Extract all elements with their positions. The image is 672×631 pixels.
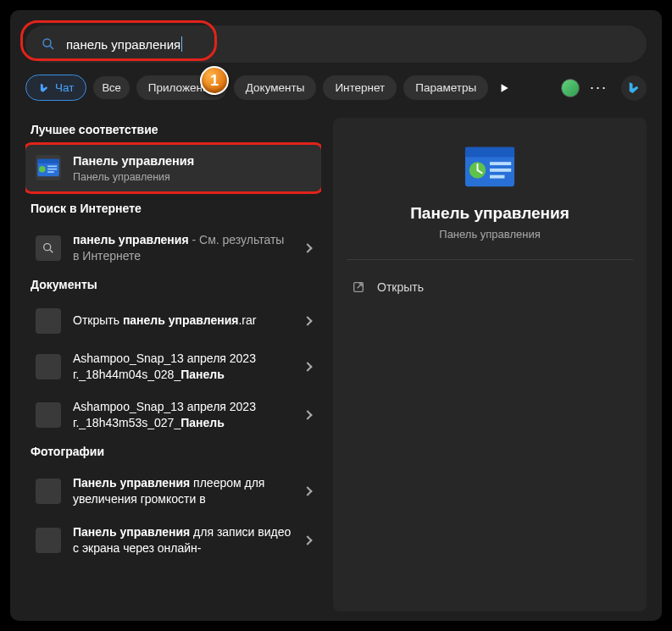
photo-result[interactable]: Панель управления для записи видео с экр… [25,516,321,565]
best-match-result[interactable]: Панель управления Панель управления [25,145,321,191]
divider [347,259,633,260]
svg-rect-7 [47,172,54,174]
document-result[interactable]: Открыть панель управления.rar [25,300,321,342]
control-panel-icon [36,155,61,180]
play-icon[interactable] [495,79,514,97]
search-icon [36,235,61,261]
filter-settings[interactable]: Параметры [403,75,488,100]
control-panel-icon [464,145,516,189]
preview-panel: Панель управления Панель управления Откр… [333,118,647,612]
svg-rect-14 [490,169,511,172]
svg-rect-11 [465,147,514,158]
svg-rect-15 [490,175,504,179]
filter-documents[interactable]: Документы [234,75,317,100]
filter-internet[interactable]: Интернет [323,75,397,100]
file-icon [36,402,61,428]
document-name: Ashampoo_Snap_13 апреля 2023 г._18h44m04… [73,351,292,383]
web-result-text: панель управления - См. результаты в Инт… [73,232,292,264]
preview-subtitle: Панель управления [347,228,633,241]
chevron-right-icon [303,535,312,545]
best-match-subtitle: Панель управления [73,171,311,183]
document-result[interactable]: Ashampoo_Snap_13 апреля 2023 г._18h43m53… [25,390,321,440]
section-web-search: Поиск в Интернете [31,202,321,215]
document-result[interactable]: Ashampoo_Snap_13 апреля 2023 г._18h44m04… [25,342,321,391]
open-icon [352,280,365,294]
svg-line-1 [50,46,53,49]
search-window: панель управления 1 Чат Все Приложения Д… [10,10,662,621]
svg-point-4 [39,166,46,173]
section-documents: Документы [31,278,321,291]
document-name: Ashampoo_Snap_13 апреля 2023 г._18h43m53… [73,399,292,431]
filter-chat[interactable]: Чат [25,75,86,101]
annotation-marker-1: 1 [200,66,229,95]
chevron-right-icon [303,316,312,325]
search-wrap: панель управления 1 [25,25,647,63]
chevron-right-icon [303,486,312,495]
file-icon [36,308,61,334]
search-query-text: панель управления [66,37,180,52]
image-icon [36,479,61,504]
svg-rect-5 [47,166,57,168]
search-icon [41,36,56,52]
file-icon [36,354,61,379]
svg-point-8 [44,243,51,250]
bing-button[interactable] [621,75,647,101]
svg-rect-6 [47,169,57,170]
web-search-result[interactable]: панель управления - См. результаты в Инт… [25,224,321,273]
svg-rect-13 [490,162,511,165]
results-column: Лучшее соответствие Пан [25,118,321,612]
photo-name: Панель управления для записи видео с экр… [73,524,292,556]
chevron-right-icon [303,243,312,252]
svg-rect-3 [37,159,58,163]
filter-all[interactable]: Все [93,76,129,99]
chevron-right-icon [303,362,312,371]
svg-point-0 [43,39,51,47]
bing-icon [38,82,50,94]
user-avatar[interactable] [561,79,580,97]
chevron-right-icon [303,411,312,420]
text-cursor [181,36,182,52]
preview-title: Панель управления [347,204,633,223]
section-best-match: Лучшее соответствие [31,123,321,136]
photo-result[interactable]: Панель управления плеером для увеличения… [25,467,321,516]
open-action[interactable]: Открыть [347,272,633,302]
bing-icon [626,80,641,96]
more-menu[interactable]: ··· [586,79,611,97]
filter-bar: Чат Все Приложения Документы Интернет Па… [25,75,647,101]
section-photos: Фотографии [31,445,321,458]
photo-name: Панель управления плеером для увеличения… [73,475,292,507]
document-name: Открыть панель управления.rar [73,313,292,329]
open-label: Открыть [377,280,424,294]
content-area: Лучшее соответствие Пан [25,118,647,612]
best-match-title: Панель управления [73,153,311,169]
svg-line-9 [50,250,53,252]
search-input[interactable]: панель управления [25,25,647,63]
image-icon [36,528,61,553]
